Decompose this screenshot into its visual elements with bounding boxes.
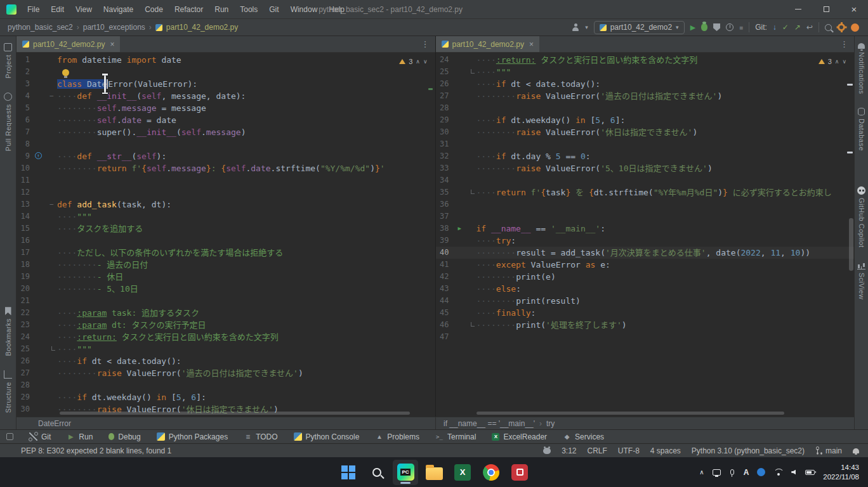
python-interpreter[interactable]: Python 3.10 (python_basic_sec2) — [692, 446, 805, 455]
code-text[interactable]: ········print('処理を終了します') — [477, 319, 855, 331]
code-text[interactable]: ····:param task: 追加するタスク — [57, 307, 435, 319]
run-button[interactable]: ▶ — [690, 24, 695, 31]
code-text[interactable]: ····""" — [57, 343, 435, 355]
code-text[interactable] — [477, 211, 855, 223]
tab-options-icon[interactable]: ⋮ — [416, 36, 435, 52]
menu-code[interactable]: Code — [139, 0, 169, 19]
tool-button-python-packages[interactable]: Python Packages — [157, 432, 228, 441]
tool-stripe-pull-requests[interactable]: Pull Requests — [4, 93, 12, 151]
horizontal-scrollbar[interactable] — [477, 412, 784, 415]
profile-avatar[interactable] — [851, 23, 859, 32]
code-text[interactable]: ····:param dt: タスクの実行予定日 — [57, 319, 435, 331]
tool-button-debug[interactable]: Debug — [109, 432, 140, 441]
breadcrumb-item[interactable]: part10_42_demo2.py — [166, 23, 238, 32]
user-profile-icon[interactable] — [572, 23, 579, 31]
code-text[interactable]: ····ただし、以下の条件のいずれかを満たす場合は拒絶する — [57, 247, 435, 259]
notifications-bell-icon[interactable] — [853, 448, 859, 453]
code-text[interactable]: ········raise ValueError('5、10日は指定できません'… — [477, 162, 855, 174]
menu-tools[interactable]: Tools — [234, 0, 263, 19]
code-text[interactable]: ········self.message = message — [57, 102, 435, 114]
tab-file-left[interactable]: part10_42_demo2.py × — [16, 36, 120, 52]
tool-button-git[interactable]: Git — [29, 432, 51, 441]
minimize-button[interactable] — [784, 0, 812, 18]
breadcrumb-item[interactable]: if __name__ == '__main__' — [444, 419, 535, 428]
code-text[interactable]: ········raise ValueError('休日は指定できません') — [477, 126, 855, 138]
foldend-icon[interactable] — [51, 346, 55, 351]
taskbar-clock[interactable]: 14:43 2022/11/08 — [823, 463, 859, 482]
inspection-widget[interactable]: 3 ∧ ∨ — [819, 58, 846, 65]
menu-refactor[interactable]: Refactor — [169, 0, 209, 19]
code-text[interactable] — [57, 66, 435, 78]
code-text[interactable] — [477, 102, 855, 114]
taskbar-explorer-button[interactable] — [421, 460, 447, 485]
debug-button[interactable] — [701, 23, 707, 31]
code-text[interactable]: def add_task(task, dt): — [57, 198, 435, 211]
ime-indicator[interactable]: A — [744, 468, 749, 477]
menu-edit[interactable]: Edit — [45, 0, 70, 19]
git-rollback-button[interactable]: ↩ — [806, 23, 813, 31]
taskbar-excel-button[interactable]: X — [450, 460, 475, 485]
git-push-button[interactable]: ↗ — [794, 23, 801, 31]
caret-position[interactable]: 3:12 — [562, 446, 576, 455]
tray-expand-icon[interactable]: ∧ — [699, 469, 704, 476]
tab-options-icon[interactable]: ⋮ — [834, 36, 854, 52]
code-text[interactable] — [57, 186, 435, 198]
code-text[interactable]: ····""" — [477, 66, 855, 78]
inspection-widget[interactable]: 3 ∧ ∨ — [399, 58, 427, 65]
code-text[interactable]: ····if dt.day % 5 == 0: — [477, 150, 855, 162]
foldend-icon[interactable] — [471, 322, 475, 327]
code-text[interactable]: ········raise ValueError('過去の日付は指定できません'… — [57, 367, 435, 379]
tool-stripe-structure[interactable]: Structure — [4, 370, 12, 413]
code-text[interactable] — [477, 331, 855, 343]
code-text[interactable]: ········- 休日 — [57, 271, 435, 283]
breadcrumb-item[interactable]: try — [546, 419, 555, 428]
taskbar-red-app-button[interactable] — [507, 460, 532, 485]
menu-navigate[interactable]: Navigate — [98, 0, 139, 19]
stop-button[interactable]: ■ — [739, 24, 743, 31]
microphone-icon[interactable] — [730, 469, 734, 475]
menu-window[interactable]: Window — [285, 0, 324, 19]
tool-button-todo[interactable]: ≡TODO — [244, 432, 277, 441]
code-text[interactable] — [477, 174, 855, 186]
volume-icon[interactable] — [791, 470, 796, 475]
override-icon[interactable]: ↑ — [35, 152, 42, 159]
code-text[interactable]: ····""" — [57, 211, 435, 223]
wifi-icon[interactable] — [773, 469, 783, 476]
run-icon[interactable]: ▶ — [458, 223, 461, 235]
settings-gear-icon[interactable] — [838, 23, 845, 31]
code-text[interactable] — [57, 174, 435, 186]
code-text[interactable]: ····return f'{task} を {dt.strftime("%Y年%… — [477, 186, 855, 198]
search-everywhere-icon[interactable] — [825, 24, 832, 31]
code-text[interactable]: ····finally: — [477, 307, 855, 319]
code-text[interactable]: ········super().__init__(self.message) — [57, 126, 435, 138]
code-text[interactable]: ········print(result) — [477, 295, 855, 307]
code-text[interactable]: if __name__ == '__main__': — [477, 223, 855, 235]
next-warning-icon[interactable]: ∨ — [842, 58, 846, 65]
menu-file[interactable]: File — [22, 0, 45, 19]
breadcrumb-item[interactable]: part10_exceptions — [83, 23, 145, 32]
code-text[interactable]: ····try: — [477, 235, 855, 247]
git-commit-button[interactable]: ✓ — [782, 23, 789, 31]
tool-button-services[interactable]: ◆Services — [563, 432, 604, 441]
taskbar-search-button[interactable] — [364, 460, 390, 485]
menu-run[interactable]: Run — [209, 0, 234, 19]
background-task-icon[interactable] — [543, 448, 551, 454]
code-text[interactable]: ····if dt.weekday() in [5, 6]: — [477, 114, 855, 126]
tool-stripe-bookmarks[interactable]: Bookmarks — [4, 307, 12, 356]
tool-button-python-console[interactable]: Python Console — [294, 432, 360, 441]
code-text[interactable]: ····タスクを追加する — [57, 223, 435, 235]
prev-warning-icon[interactable]: ∧ — [416, 58, 420, 65]
code-text[interactable]: ····def __init__(self, message, date): — [57, 90, 435, 102]
code-text[interactable]: ····:return: タスクと実行日と固い約束を含めた文字列 — [477, 54, 855, 66]
tab-close-icon[interactable]: × — [528, 40, 534, 49]
editor-left[interactable]: 1from datetime import date23class DateEr… — [16, 53, 435, 417]
status-message[interactable]: PEP 8: E302 expected 2 blank lines, foun… — [0, 446, 171, 455]
stripe-mark[interactable] — [847, 152, 853, 153]
code-text[interactable]: ····else: — [477, 283, 855, 295]
foldend-icon[interactable] — [471, 69, 475, 74]
stripe-mark[interactable] — [428, 88, 433, 90]
code-text[interactable] — [57, 138, 435, 150]
code-text[interactable] — [57, 295, 435, 307]
code-text[interactable]: ········raise ValueError('過去の日付は指定できません'… — [477, 90, 855, 102]
profiler-button[interactable] — [726, 23, 733, 31]
